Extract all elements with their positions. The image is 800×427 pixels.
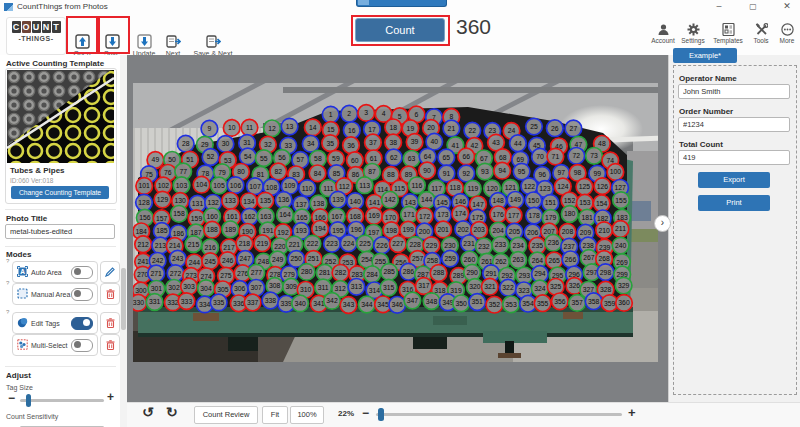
count-tag[interactable]: 350 [453, 295, 470, 312]
count-tag[interactable]: 73 [586, 148, 603, 165]
zoom-100-button[interactable]: 100% [290, 406, 324, 424]
count-tag[interactable]: 55 [256, 150, 273, 167]
count-tag[interactable]: 215 [185, 236, 202, 253]
count-tag[interactable]: 347 [404, 292, 421, 309]
count-tag[interactable]: 1 [322, 106, 339, 123]
count-tag[interactable]: 149 [507, 192, 524, 209]
count-tag[interactable]: 136 [275, 192, 292, 209]
more-button[interactable]: More [774, 22, 800, 44]
manual-area-toggle[interactable] [71, 288, 93, 301]
count-tag[interactable]: 107 [247, 178, 264, 195]
count-tag[interactable]: 282 [332, 265, 349, 282]
count-tag[interactable]: 110 [299, 180, 316, 197]
count-tag[interactable]: 180 [561, 206, 578, 223]
count-tag[interactable]: 201 [435, 221, 452, 238]
count-tag[interactable]: 335 [210, 294, 227, 311]
count-tag[interactable]: 181 [579, 209, 596, 226]
count-tag[interactable]: 338 [262, 292, 279, 309]
count-tag[interactable]: 93 [477, 163, 494, 180]
count-tag[interactable]: 18 [385, 119, 402, 136]
count-tag[interactable]: 285 [381, 264, 398, 281]
print-button[interactable]: Print [698, 195, 770, 211]
count-tag[interactable]: 13 [281, 118, 298, 135]
count-tag[interactable]: 315 [380, 279, 397, 296]
count-tag[interactable]: 344 [359, 296, 376, 313]
count-tag[interactable]: 176 [490, 206, 507, 223]
tag-size-slider-thumb[interactable] [26, 394, 31, 407]
count-tag[interactable]: 171 [401, 206, 418, 223]
count-tag[interactable]: 106 [227, 177, 244, 194]
count-tag[interactable]: 169 [366, 208, 383, 225]
count-tag[interactable]: 246 [219, 252, 236, 269]
count-tag[interactable]: 153 [577, 194, 594, 211]
count-tag[interactable]: 30 [217, 136, 234, 153]
count-tag[interactable]: 329 [615, 277, 632, 294]
count-tag[interactable]: 154 [593, 195, 610, 212]
count-tag[interactable]: 38 [385, 134, 402, 151]
count-tag[interactable]: 219 [254, 235, 271, 252]
rotate-cw-icon[interactable]: ↻ [166, 404, 178, 420]
example-tab-button[interactable]: Example* [673, 48, 737, 63]
count-tag[interactable]: 249 [269, 251, 286, 268]
count-tag[interactable]: 162 [241, 208, 258, 225]
count-tag[interactable]: 340 [292, 295, 309, 312]
count-tag[interactable]: 356 [552, 293, 569, 310]
count-tag[interactable]: 116 [409, 177, 426, 194]
count-tag[interactable]: 94 [494, 162, 511, 179]
count-tag[interactable]: 140 [347, 193, 364, 210]
count-tag[interactable]: 10 [223, 120, 240, 137]
count-tag[interactable]: 178 [526, 207, 543, 224]
zoom-in-button[interactable]: + [628, 405, 636, 420]
count-tag[interactable]: 26 [547, 120, 564, 137]
count-tag[interactable]: 150 [525, 192, 542, 209]
zoom-out-button[interactable]: − [362, 406, 369, 420]
count-tag[interactable]: 164 [277, 207, 294, 224]
count-tag[interactable]: 224 [340, 235, 357, 252]
tag-size-slider-track[interactable] [20, 399, 104, 402]
count-tag[interactable]: 240 [612, 237, 629, 254]
tools-button[interactable]: Tools [748, 22, 774, 44]
count-tag[interactable]: 222 [304, 235, 321, 252]
count-tag[interactable]: 307 [248, 280, 265, 297]
count-tag[interactable]: 84 [309, 165, 326, 182]
count-tag[interactable]: 25 [526, 118, 543, 135]
count-tag[interactable]: 174 [452, 206, 469, 223]
count-tag[interactable]: 39 [406, 134, 423, 151]
count-tag[interactable]: 352 [486, 296, 503, 313]
count-tag[interactable]: 142 [382, 191, 399, 208]
count-tag[interactable]: 44 [510, 135, 527, 152]
count-tag[interactable]: 129 [154, 191, 171, 208]
count-tag[interactable]: 36 [343, 137, 360, 154]
count-tag[interactable]: 66 [458, 148, 475, 165]
count-tag[interactable]: 113 [356, 177, 373, 194]
count-tag[interactable]: 37 [365, 134, 382, 151]
count-tag[interactable]: 353 [503, 296, 520, 313]
help-icon[interactable]: ? [6, 280, 9, 286]
count-tag[interactable]: 72 [568, 148, 585, 165]
count-tag[interactable]: 11 [241, 119, 258, 136]
export-button[interactable]: Export [698, 172, 770, 188]
count-tag[interactable]: 188 [204, 221, 221, 238]
count-tag[interactable]: 100 [607, 164, 624, 181]
count-tag[interactable]: 126 [594, 178, 611, 195]
count-tag[interactable]: 125 [576, 178, 593, 195]
count-tag[interactable]: 225 [357, 235, 374, 252]
count-tag[interactable]: 103 [173, 177, 190, 194]
count-tag[interactable]: 226 [374, 237, 391, 254]
count-tag[interactable]: 280 [298, 264, 315, 281]
count-tag[interactable]: 155 [613, 192, 630, 209]
count-tag[interactable]: 286 [400, 263, 417, 280]
count-tag[interactable]: 28 [177, 135, 194, 152]
count-tag[interactable]: 144 [418, 192, 435, 209]
count-tag[interactable]: 63 [403, 151, 420, 168]
fit-button[interactable]: Fit [262, 406, 288, 424]
count-tag[interactable]: 65 [438, 149, 455, 166]
count-tag[interactable]: 304 [198, 280, 215, 297]
minimize-button[interactable]: – [706, 0, 732, 13]
count-tag[interactable]: 266 [562, 251, 579, 268]
count-tag[interactable]: 360 [616, 295, 633, 312]
count-tag[interactable]: 218 [236, 235, 253, 252]
count-tag[interactable]: 298 [597, 264, 614, 281]
edit-tags-toggle[interactable] [71, 317, 93, 330]
account-button[interactable]: Account [648, 22, 678, 44]
